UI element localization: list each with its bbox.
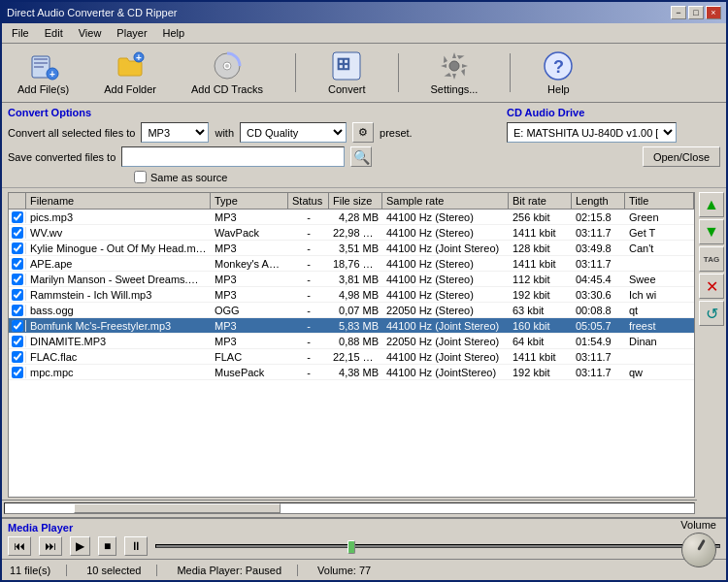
delete-button[interactable]: ✕	[699, 274, 724, 299]
row-checkbox[interactable]	[9, 305, 26, 316]
open-close-row: Open/Close	[507, 146, 720, 167]
row-filename: APE.ape	[26, 257, 211, 271]
open-close-button[interactable]: Open/Close	[643, 146, 720, 167]
menu-help[interactable]: Help	[157, 25, 191, 41]
row-status: -	[288, 273, 329, 286]
row-title: Can't	[625, 242, 694, 255]
row-filesize: 18,76 MB	[329, 257, 382, 271]
tag-button[interactable]: TAG	[699, 246, 724, 272]
filename-col-header[interactable]: Filename	[26, 193, 211, 209]
file-row[interactable]: bass.ogg OGG - 0,07 MB 22050 Hz (Stereo)…	[9, 303, 694, 318]
play-button[interactable]: ▶	[70, 536, 90, 556]
file-row[interactable]: pics.mp3 MP3 - 4,28 MB 44100 Hz (Stereo)…	[9, 210, 694, 225]
add-cd-button[interactable]: Add CD Tracks	[183, 48, 271, 98]
file-row[interactable]: Bomfunk Mc's-Freestyler.mp3 MP3 - 5,83 M…	[9, 318, 694, 334]
file-row[interactable]: FLAC.flac FLAC - 22,15 MB 44100 Hz (Join…	[9, 349, 694, 365]
horizontal-scrollbar[interactable]	[2, 500, 697, 515]
stop-button[interactable]: ■	[98, 536, 116, 556]
file-row[interactable]: Kylie Minogue - Out Of My Head.mp3 MP3 -…	[9, 241, 694, 256]
status-col-header[interactable]: Status	[288, 193, 329, 209]
menu-file[interactable]: File	[6, 25, 35, 41]
samplerate-col-header[interactable]: Sample rate	[382, 193, 509, 209]
settings-label: Settings...	[431, 83, 479, 95]
row-bitrate: 1411 kbit	[509, 350, 572, 364]
settings-icon	[439, 50, 470, 81]
row-checkbox[interactable]	[9, 242, 26, 254]
playback-thumb[interactable]	[347, 540, 355, 554]
playback-slider[interactable]	[155, 544, 720, 548]
filesize-col-header[interactable]: File size	[329, 193, 382, 209]
row-bitrate: 1411 kbit	[509, 257, 572, 271]
quality-select[interactable]: CD QualityHigh QualityMedium Quality	[240, 122, 347, 143]
add-files-button[interactable]: + Add File(s)	[10, 48, 77, 98]
minimize-button[interactable]: −	[671, 6, 686, 19]
row-title: Get T	[625, 226, 694, 240]
row-checkbox[interactable]	[9, 336, 26, 347]
file-row[interactable]: Rammstein - Ich Will.mp3 MP3 - 4,98 MB 4…	[9, 287, 694, 303]
help-button[interactable]: ? Help	[535, 48, 581, 98]
media-player: Media Player ⏮ ⏭ ▶ ■ ⏸ Volume	[2, 517, 726, 559]
row-type: Monkey's Audio	[211, 257, 288, 271]
h-scroll-track[interactable]	[4, 502, 695, 514]
h-scroll-thumb[interactable]	[74, 503, 281, 513]
refresh-button[interactable]: ↺	[699, 301, 724, 326]
row-title: qt	[625, 304, 694, 317]
browse-button[interactable]: 🔍	[350, 146, 372, 167]
format-select[interactable]: MP3WAVOGGFLAC	[141, 122, 209, 143]
row-status: -	[288, 319, 329, 333]
row-filename: mpc.mpc	[26, 366, 211, 379]
menu-player[interactable]: Player	[111, 25, 152, 41]
add-folder-button[interactable]: + Add Folder	[96, 48, 164, 98]
row-checkbox[interactable]	[9, 274, 26, 285]
row-checkbox[interactable]	[9, 351, 26, 363]
toolbar-separator-1	[295, 53, 296, 92]
preset-label: preset.	[380, 127, 413, 139]
file-list-wrapper: Filename Type Status File size Sample ra…	[2, 190, 697, 515]
pause-button[interactable]: ⏸	[124, 536, 148, 556]
row-samplerate: 44100 Hz (Stereo)	[382, 288, 509, 302]
file-row[interactable]: WV.wv WavPack - 22,98 MB 44100 Hz (Stere…	[9, 225, 694, 241]
row-filename: FLAC.flac	[26, 350, 211, 364]
preset-icon-button[interactable]: ⚙	[352, 122, 374, 143]
bitrate-col-header[interactable]: Bit rate	[509, 193, 572, 209]
row-status: -	[288, 210, 329, 224]
prev-track-button[interactable]: ⏮	[8, 536, 31, 556]
same-as-source-row: Same as source	[134, 171, 507, 183]
row-bitrate: 1411 kbit	[509, 226, 572, 240]
title-bar-buttons: − □ ×	[671, 6, 721, 19]
file-row[interactable]: Marilyn Manson - Sweet Dreams.mp3 MP3 - …	[9, 272, 694, 287]
file-row[interactable]: APE.ape Monkey's Audio - 18,76 MB 44100 …	[9, 256, 694, 272]
row-checkbox[interactable]	[9, 320, 26, 332]
convert-button[interactable]: ⊞ Convert	[320, 48, 374, 98]
row-checkbox[interactable]	[9, 289, 26, 301]
file-row[interactable]: DINAMITE.MP3 MP3 - 0,88 MB 22050 Hz (Joi…	[9, 334, 694, 349]
prev-button[interactable]: ⏭	[39, 536, 62, 556]
save-path-input[interactable]: D:\My Music\	[121, 146, 345, 167]
svg-point-10	[225, 64, 229, 68]
close-button[interactable]: ×	[706, 6, 721, 19]
cd-drive-row: E: MATSHITA UJ-840D v1.00 [0:1:0]	[507, 122, 720, 143]
menu-view[interactable]: View	[73, 25, 108, 41]
same-as-source-checkbox[interactable]	[134, 171, 147, 183]
media-player-title: Media Player	[8, 522, 720, 534]
row-checkbox[interactable]	[9, 258, 26, 270]
cd-drive-select[interactable]: E: MATSHITA UJ-840D v1.00 [0:1:0]	[507, 122, 677, 143]
length-col-header[interactable]: Length	[572, 193, 625, 209]
row-filename: WV.wv	[26, 226, 211, 240]
help-label: Help	[547, 83, 570, 95]
settings-button[interactable]: Settings...	[423, 48, 486, 98]
row-filesize: 0,07 MB	[329, 304, 382, 317]
title-col-header[interactable]: Title	[625, 193, 694, 209]
menu-edit[interactable]: Edit	[39, 25, 69, 41]
type-col-header[interactable]: Type	[211, 193, 288, 209]
maximize-button[interactable]: □	[688, 6, 704, 19]
row-checkbox[interactable]	[9, 367, 26, 378]
row-checkbox[interactable]	[9, 227, 26, 239]
move-down-button[interactable]: ▼	[699, 219, 724, 244]
file-row[interactable]: mpc.mpc MusePack - 4,38 MB 44100 Hz (Joi…	[9, 365, 694, 380]
move-up-button[interactable]: ▲	[699, 192, 724, 217]
volume-knob[interactable]	[681, 533, 716, 567]
save-label: Save converted files to	[8, 151, 116, 163]
row-checkbox[interactable]	[9, 211, 26, 223]
svg-text:+: +	[136, 52, 142, 63]
